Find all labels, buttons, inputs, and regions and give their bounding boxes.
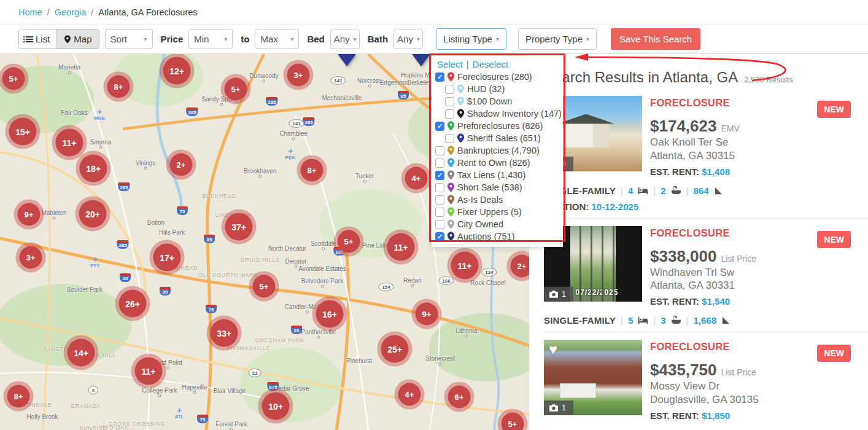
map-pin-tip[interactable] bbox=[338, 54, 356, 66]
price-min-dropdown[interactable]: Min▾ bbox=[188, 29, 233, 49]
map-cluster-marker[interactable]: 5+ bbox=[225, 78, 247, 101]
map-view-button[interactable]: Map bbox=[56, 29, 98, 49]
listing-card[interactable]: NEW ♥ 1 FORECLOSURE $435,750 List Price … bbox=[544, 340, 868, 430]
list-icon bbox=[26, 36, 33, 42]
checkbox[interactable] bbox=[435, 208, 444, 217]
price-max-dropdown[interactable]: Max▾ bbox=[255, 29, 299, 49]
save-search-button[interactable]: Save This Search bbox=[611, 28, 700, 50]
checkbox[interactable] bbox=[435, 72, 444, 82]
listing-type-option[interactable]: Preforeclosures (826) bbox=[435, 120, 559, 132]
checkbox[interactable] bbox=[435, 146, 444, 155]
listing-type-option[interactable]: Rent to Own (826) bbox=[435, 157, 559, 169]
camera-icon bbox=[549, 404, 558, 412]
listing-card[interactable]: NEW 9 FORECLOSURE $174,623 EMV Oak Knoll… bbox=[544, 96, 868, 219]
checkbox[interactable] bbox=[435, 122, 444, 131]
map-cluster-marker[interactable]: 11+ bbox=[56, 129, 83, 157]
map-cluster-marker[interactable]: 2+ bbox=[170, 154, 193, 176]
checkbox[interactable] bbox=[445, 134, 454, 143]
map-cluster-marker[interactable]: 12+ bbox=[163, 57, 191, 85]
map-cluster-marker[interactable]: 5+ bbox=[338, 230, 360, 253]
listing-status: FORECLOSURE bbox=[650, 97, 740, 109]
map-cluster-marker[interactable]: 26+ bbox=[119, 290, 147, 318]
photo-count-badge: 1 bbox=[544, 401, 573, 415]
map-cluster-marker[interactable]: 11+ bbox=[451, 252, 479, 280]
map-cluster-marker[interactable]: 37+ bbox=[225, 213, 253, 241]
map-cluster-marker[interactable]: 3+ bbox=[20, 246, 42, 269]
map-cluster-marker[interactable]: 18+ bbox=[80, 155, 107, 182]
checkbox[interactable] bbox=[445, 109, 454, 119]
checkbox[interactable] bbox=[435, 220, 444, 229]
checkbox[interactable] bbox=[445, 97, 454, 106]
listing-type-option[interactable]: Sheriff Sales (651) bbox=[445, 132, 559, 144]
results-count: 2,536 Results bbox=[744, 75, 793, 84]
map-cluster-marker[interactable]: 11+ bbox=[387, 233, 415, 261]
map-cluster-marker[interactable]: 8+ bbox=[107, 76, 130, 98]
map-cluster-marker[interactable]: 6+ bbox=[448, 386, 471, 408]
listing-type-option[interactable]: $100 Down bbox=[445, 95, 559, 108]
est-rent-value: $1,540 bbox=[702, 296, 730, 307]
listing-card[interactable]: NEW 07/22/2025 1 FORECLOSURE $338,000 Li… bbox=[544, 226, 868, 333]
map-cluster-marker[interactable]: 11+ bbox=[135, 358, 163, 385]
map-pin-icon bbox=[447, 207, 455, 217]
checkbox[interactable] bbox=[435, 183, 444, 192]
price-max-value: Max bbox=[260, 34, 277, 44]
map-pin-tip[interactable] bbox=[412, 54, 430, 66]
map-cluster-marker[interactable]: 15+ bbox=[9, 118, 37, 146]
map-cluster-marker[interactable]: 8+ bbox=[301, 159, 324, 182]
breadcrumb-separator: / bbox=[47, 7, 50, 17]
listing-photo[interactable]: ♥ 1 bbox=[544, 340, 642, 415]
map-cluster-marker[interactable]: 5+ bbox=[2, 68, 25, 90]
map-cluster-marker[interactable]: 16+ bbox=[316, 300, 344, 328]
listing-street[interactable]: Mossy View Dr bbox=[650, 380, 759, 393]
map-cluster-marker[interactable]: 3+ bbox=[287, 64, 310, 87]
results-title: Search Results in Atlanta, GA bbox=[544, 69, 738, 86]
listing-type-button[interactable]: Listing Type▾ bbox=[436, 28, 506, 50]
map-cluster-marker[interactable]: 17+ bbox=[153, 244, 181, 272]
map-pin-icon bbox=[447, 121, 455, 131]
listing-type-option[interactable]: Auctions (751) bbox=[435, 230, 559, 243]
map-cluster-marker[interactable]: 2+ bbox=[511, 255, 530, 278]
bed-dropdown[interactable]: Any▾ bbox=[330, 29, 360, 49]
listing-city[interactable]: Douglasville, GA 30135 bbox=[650, 393, 759, 407]
auction-date[interactable]: 10-12-2025 bbox=[592, 201, 639, 212]
checkbox[interactable] bbox=[445, 85, 454, 94]
deselect-all-link[interactable]: Deselect bbox=[473, 59, 508, 69]
checkbox[interactable] bbox=[435, 158, 444, 168]
checkbox[interactable] bbox=[435, 232, 444, 241]
listing-type-option[interactable]: Shadow Inventory (147) bbox=[445, 108, 559, 120]
checkbox[interactable] bbox=[435, 195, 444, 205]
map-cluster-marker[interactable]: 8+ bbox=[7, 385, 30, 408]
map-cluster-marker[interactable]: 5+ bbox=[253, 275, 276, 298]
list-view-button[interactable]: List bbox=[19, 29, 56, 49]
bath-dropdown[interactable]: Any▾ bbox=[393, 29, 423, 49]
map-cluster-marker[interactable]: 20+ bbox=[79, 200, 107, 228]
listing-street[interactable]: Windhaven Trl Sw bbox=[650, 266, 756, 280]
map-cluster-marker[interactable]: 14+ bbox=[68, 339, 95, 367]
checkbox[interactable] bbox=[435, 171, 444, 180]
listing-street[interactable]: Oak Knoll Ter Se bbox=[650, 136, 740, 149]
breadcrumb-home-link[interactable]: Home bbox=[18, 7, 42, 17]
map-cluster-marker[interactable]: 25+ bbox=[381, 335, 409, 363]
listing-city[interactable]: Atlanta, GA 30315 bbox=[650, 149, 740, 163]
listing-type-option[interactable]: City Owned bbox=[435, 218, 559, 230]
favorite-heart-icon[interactable]: ♥ bbox=[549, 341, 557, 358]
listing-type-option[interactable]: HUD (32) bbox=[445, 83, 559, 95]
breadcrumb-state-link[interactable]: Georgia bbox=[55, 7, 87, 17]
map-cluster-marker[interactable]: 9+ bbox=[416, 303, 438, 326]
property-type-button[interactable]: Property Type▾ bbox=[518, 28, 597, 50]
listing-type-option[interactable]: Tax Liens (1,430) bbox=[435, 169, 559, 181]
map-cluster-marker[interactable]: 10+ bbox=[262, 393, 290, 420]
map-cluster-marker[interactable]: 33+ bbox=[211, 319, 238, 347]
map-cluster-marker[interactable]: 4+ bbox=[405, 167, 428, 190]
map-cluster-marker[interactable]: 4+ bbox=[398, 383, 421, 406]
map-cluster-marker[interactable]: 9+ bbox=[18, 203, 41, 226]
listing-city[interactable]: Atlanta, GA 30331 bbox=[650, 279, 756, 292]
select-all-link[interactable]: Select bbox=[437, 59, 463, 69]
listing-type-option[interactable]: Foreclosures (280) bbox=[435, 71, 559, 83]
sort-dropdown[interactable]: Sort▾ bbox=[105, 29, 153, 49]
listing-type-option[interactable]: Bankruptcies (4,790) bbox=[435, 144, 559, 157]
listing-type-option[interactable]: Short Sale (538) bbox=[435, 181, 559, 194]
listing-type-option-label: City Owned bbox=[457, 219, 503, 229]
listing-type-option[interactable]: As-Is Deals bbox=[435, 194, 559, 206]
listing-type-option[interactable]: Fixer Uppers (5) bbox=[435, 206, 559, 218]
